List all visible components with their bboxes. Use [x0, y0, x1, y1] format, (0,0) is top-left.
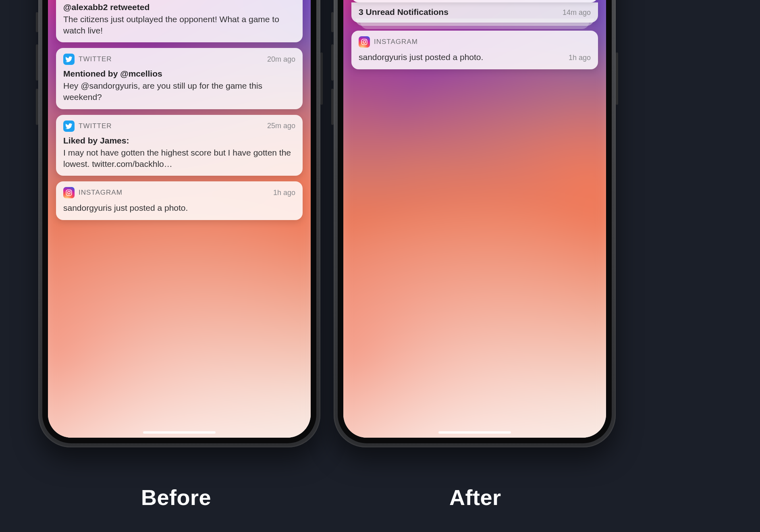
- notification-time: 1h ago: [569, 54, 591, 62]
- side-button: [320, 52, 323, 105]
- notification-time: 1h ago: [273, 189, 295, 197]
- notification-title: @alexabb2 retweeted: [63, 2, 295, 12]
- notification-time: 20m ago: [267, 55, 295, 64]
- notification-body: The citizens just outplayed the opponent…: [63, 14, 295, 36]
- notification-body: I may not have gotten the highest score …: [63, 147, 295, 169]
- app-name: TWITTER: [79, 122, 112, 130]
- notification-title: Liked by James:: [63, 136, 295, 145]
- notification-card[interactable]: TWITTER 14m ago @alexabb2 retweeted The …: [56, 0, 303, 42]
- app-name: INSTAGRAM: [79, 189, 123, 197]
- notification-card[interactable]: TWITTER 25m ago Liked by James: I may no…: [56, 115, 303, 176]
- notification-card[interactable]: INSTAGRAM 1h ago sandorgyuris just poste…: [56, 181, 303, 220]
- notification-body: Hey @sandorgyuris, are you still up for …: [63, 80, 295, 102]
- instagram-icon: [359, 36, 370, 48]
- svg-rect-3: [361, 39, 367, 45]
- svg-point-2: [70, 191, 71, 191]
- caption-before: Before: [141, 485, 211, 510]
- stack-shadow: [360, 22, 589, 29]
- notification-time: 25m ago: [267, 122, 295, 130]
- notification-group[interactable]: TWITTER Show More 3 Unread Notifications…: [351, 0, 598, 23]
- app-name: TWITTER: [79, 55, 112, 63]
- side-button: [616, 52, 618, 105]
- notification-time: 14m ago: [563, 8, 591, 17]
- phone-before: Earlier Today TWITTER 14m ago @alexabb2: [38, 0, 320, 447]
- notification-card[interactable]: TWITTER 20m ago Mentioned by @mcellios H…: [56, 48, 303, 109]
- group-summary: 3 Unread Notifications: [359, 7, 449, 17]
- notification-title: Mentioned by @mcellios: [63, 69, 295, 79]
- phone-after: Earlier Today TWITTER Show More: [334, 0, 616, 447]
- home-indicator[interactable]: [143, 431, 216, 434]
- twitter-icon: [63, 54, 75, 65]
- twitter-icon: [63, 121, 75, 132]
- notification-body: sandorgyuris just posted a photo.: [63, 202, 295, 214]
- svg-point-4: [363, 41, 365, 43]
- app-name: INSTAGRAM: [374, 38, 418, 46]
- caption-after: After: [449, 485, 501, 510]
- instagram-icon: [63, 187, 75, 198]
- notification-body: sandorgyuris just posted a photo.: [359, 52, 483, 63]
- svg-rect-0: [66, 190, 72, 196]
- notification-card[interactable]: INSTAGRAM sandorgyuris just posted a pho…: [351, 31, 598, 69]
- svg-point-5: [365, 40, 366, 41]
- home-indicator[interactable]: [438, 431, 511, 434]
- svg-point-1: [68, 191, 70, 194]
